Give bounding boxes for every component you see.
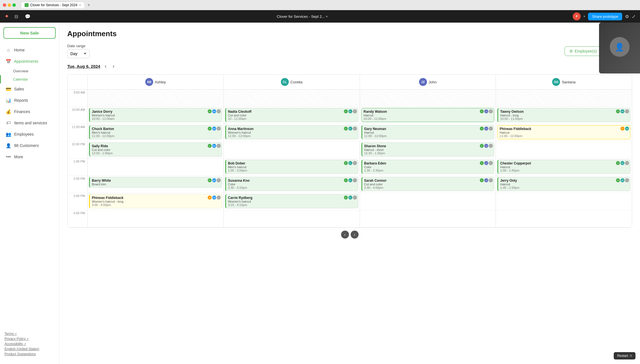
sidebar-item-items[interactable]: 🏷 Items and services [1, 117, 58, 129]
share-prototype-button[interactable]: Share prototype [588, 13, 622, 20]
john-slot-12pm[interactable]: ✓ JZ ⓘ Sharon Stone Haircut - short 12:3… [360, 141, 496, 159]
coretta-slot-2pm[interactable]: ✓ CL ⓘ Susanna Kno Color 2:30 - 3:15pm [224, 176, 360, 193]
coretta-slot-10am[interactable]: ✓ CL ⓘ Nadia Cieckoff Cut and color 10 -… [224, 107, 360, 124]
language-link[interactable]: English (United States) [5, 347, 55, 351]
sidebar-item-reports[interactable]: 📊 Reports [1, 95, 58, 106]
coretta-slot-12pm[interactable] [224, 141, 360, 159]
appointment-sally-ride[interactable]: ✓ AB ⓘ Sally Ride Cut and color 12:00 - … [89, 142, 222, 157]
appointment-chuck-barton[interactable]: ✓ AB ⓘ Chuck Barton Men's haircut 11:00 … [89, 125, 222, 139]
restart-button[interactable]: Restart R [614, 352, 635, 359]
ashley-slot-3pm[interactable]: ⏱ AB ⓘ Phineas Fiddleback Women's haircu… [88, 193, 224, 210]
minimize-traffic-light[interactable] [8, 3, 11, 7]
santana-slot-11am[interactable]: ⏱ SG Phineas Fiddleback Haircut 11:00 - … [496, 124, 632, 141]
active-tab[interactable]: Clover for Services - Sept 2024 × [21, 2, 85, 8]
john-slot-10am[interactable]: ✓ JZ ⓘ Randy Watson Haircut 10:00 - 11:0… [360, 107, 496, 124]
santana-slot-9am[interactable] [496, 90, 632, 107]
appointment-nadia[interactable]: ✓ CL ⓘ Nadia Cieckoff Cut and color 10 -… [225, 108, 358, 122]
sidebar-subitem-overview[interactable]: Overview [0, 67, 59, 75]
appointment-phineas-santana[interactable]: ⏱ SG Phineas Fiddleback Haircut 11:00 - … [497, 125, 630, 139]
settings-icon[interactable]: ⚙ [625, 14, 629, 19]
sidebar-item-home[interactable]: ⌂ Home [1, 44, 58, 56]
sidebar-toggle-button[interactable]: ⊟ [13, 13, 19, 20]
appointment-carrie[interactable]: ✓ CL ⓘ Carrie Rydberg Women's haircut 3:… [225, 194, 358, 208]
santana-slot-1pm[interactable]: ✓ SG ⓘ Chester Copperpot Haircut 1:00 - … [496, 159, 632, 176]
sidebar-item-more[interactable]: ••• More [1, 151, 58, 162]
coretta-slot-11am[interactable]: ✓ CL ⓘ Anna Martinson Women's haircut 11… [224, 124, 360, 141]
john-slot-1pm[interactable]: ✓ JZ ⓘ Barbara Eden Color 1:30 - 2:30pm [360, 159, 496, 176]
privacy-link[interactable]: Privacy Policy [5, 337, 55, 341]
sidebar-item-appointments[interactable]: 📅 Appointments [1, 56, 58, 67]
reports-icon: 📊 [6, 97, 11, 103]
coretta-slot-1pm[interactable]: ✓ CL ⓘ Bob Dober Men's haircut 1:00 - 2:… [224, 159, 360, 176]
date-range-select[interactable]: Day Week Month [67, 49, 90, 58]
fullscreen-traffic-light[interactable] [12, 3, 16, 7]
ashley-slot-2pm[interactable]: ✓ AB ⓘ Barry White Beard trim [88, 176, 224, 193]
appointment-chester[interactable]: ✓ SG ⓘ Chester Copperpot Haircut 1:00 - … [497, 160, 630, 174]
video-avatar: 👤 [610, 37, 630, 57]
check-icon: ✓ [344, 196, 348, 200]
santana-slot-12pm[interactable] [496, 141, 632, 159]
appointment-gary[interactable]: ✓ JZ ⓘ Gary Neuman Haircut 11:00 - 12:00… [361, 125, 494, 139]
new-sale-button[interactable]: New Sale [3, 27, 56, 39]
employee-filter-button[interactable]: ⚙ Employee(s) [565, 46, 602, 56]
accessibility-link[interactable]: Accessibility [5, 342, 55, 346]
next-date-button[interactable]: › [111, 63, 116, 70]
ashley-slot-11am[interactable]: ✓ AB ⓘ Chuck Barton Men's haircut 11:00 … [88, 124, 224, 141]
appointment-janice-dorry[interactable]: ✓ AB ⓘ Janice Dorry Women's haircut 10:0… [89, 108, 222, 122]
tab-close-button[interactable]: × [79, 3, 81, 7]
appointment-sharon[interactable]: ✓ JZ ⓘ Sharon Stone Haircut - short 12:3… [361, 142, 494, 157]
ashley-slot-4pm[interactable] [88, 210, 224, 227]
avatar-dropdown[interactable]: ▾ [583, 14, 585, 18]
more-icon: ••• [6, 154, 11, 160]
john-slot-4pm[interactable] [360, 210, 496, 227]
appointment-barry-white[interactable]: ✓ AB ⓘ Barry White Beard trim [89, 177, 222, 188]
appointment-sarah[interactable]: ✓ JZ ⓘ Sarah Connor Cut and color 2:30 -… [361, 177, 494, 191]
fullscreen-icon[interactable]: ⤢ [632, 14, 635, 19]
sidebar-item-label-items: Items and services [14, 121, 47, 125]
coretta-slot-4pm[interactable] [224, 210, 360, 227]
new-tab-button[interactable]: + [86, 2, 92, 8]
appt-name: Sharon Stone [364, 144, 492, 148]
coretta-slot-3pm[interactable]: ✓ CL ⓘ Carrie Rydberg Women's haircut 3:… [224, 193, 360, 210]
appointment-bob[interactable]: ✓ CL ⓘ Bob Dober Men's haircut 1:00 - 2:… [225, 160, 358, 174]
restart-shortcut: R [630, 354, 632, 358]
appt-name: Jerry Only [500, 179, 628, 183]
chat-button[interactable]: 💬 [24, 13, 32, 20]
sidebar-item-sales[interactable]: 💳 Sales [1, 83, 58, 95]
santana-slot-2pm[interactable]: ✓ SG ⓘ Jerry Only Haircut 1:45 - 2:30pm [496, 176, 632, 193]
sidebar-item-customers[interactable]: 👤 88 Customers [1, 140, 58, 151]
ashley-slot-12pm[interactable]: ✓ AB ⓘ Sally Ride Cut and color 12:00 - … [88, 141, 224, 159]
previous-date-button[interactable]: ‹ [103, 63, 108, 70]
scroll-right-button[interactable]: › [351, 231, 359, 239]
appointment-jerry[interactable]: ✓ SG ⓘ Jerry Only Haircut 1:45 - 2:30pm [497, 177, 630, 191]
appt-service: Men's haircut [92, 131, 220, 134]
sidebar-item-finances[interactable]: 💰 Finances [1, 106, 58, 117]
appt-time: 1:00 - 1:45pm [500, 169, 628, 172]
john-slot-11am[interactable]: ✓ JZ ⓘ Gary Neuman Haircut 11:00 - 12:00… [360, 124, 496, 141]
santana-slot-4pm[interactable] [496, 210, 632, 227]
ashley-slot-9am[interactable] [88, 90, 224, 107]
santana-slot-10am[interactable]: ✓ SG ⓘ Tawny Owlson Haircut - long 10:00… [496, 107, 632, 124]
sidebar-item-employees[interactable]: 👥 Employees [1, 129, 58, 140]
product-suggestions-link[interactable]: Product Suggestions [5, 352, 55, 356]
close-traffic-light[interactable] [3, 3, 6, 7]
ashley-slot-10am[interactable]: ✓ AB ⓘ Janice Dorry Women's haircut 10:0… [88, 107, 224, 124]
appointment-phineas-ashley[interactable]: ⏱ AB ⓘ Phineas Fiddleback Women's haircu… [89, 194, 222, 208]
terms-link[interactable]: Terms [5, 332, 55, 336]
appointment-anna[interactable]: ✓ CL ⓘ Anna Martinson Women's haircut 11… [225, 125, 358, 139]
coretta-slot-9am[interactable] [224, 90, 360, 107]
avatar-icon-coretta: CL [348, 161, 352, 165]
john-slot-2pm[interactable]: ✓ JZ ⓘ Sarah Connor Cut and color 2:30 -… [360, 176, 496, 193]
john-avatar: JZ [419, 78, 427, 86]
appointment-susanna[interactable]: ✓ CL ⓘ Susanna Kno Color 2:30 - 3:15pm [225, 177, 358, 191]
ashley-slot-1pm[interactable] [88, 159, 224, 176]
app-container: New Sale ⌂ Home 📅 Appointments Overview … [0, 23, 640, 364]
john-slot-3pm[interactable] [360, 193, 496, 210]
scroll-left-button[interactable]: ‹ [341, 231, 349, 239]
santana-slot-3pm[interactable] [496, 193, 632, 210]
appointment-tawny[interactable]: ✓ SG ⓘ Tawny Owlson Haircut - long 10:00… [497, 108, 630, 122]
sidebar-subitem-calendar[interactable]: Calendar [0, 75, 59, 83]
appointment-barbara[interactable]: ✓ JZ ⓘ Barbara Eden Color 1:30 - 2:30pm [361, 160, 494, 174]
john-slot-9am[interactable] [360, 90, 496, 107]
appointment-randy[interactable]: ✓ JZ ⓘ Randy Watson Haircut 10:00 - 11:0… [361, 108, 494, 122]
